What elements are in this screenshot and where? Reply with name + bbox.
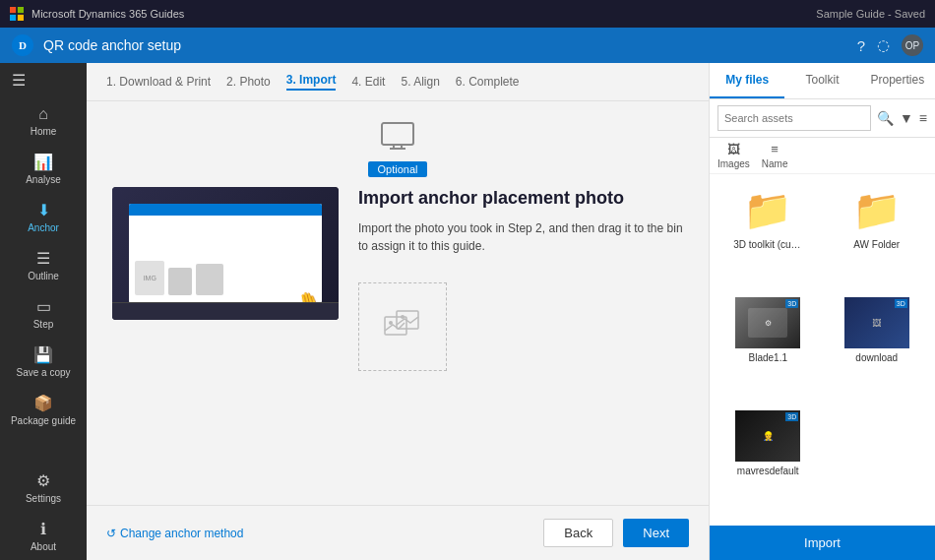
step-nav: 1. Download & Print 2. Photo 3. Import 4… — [87, 63, 709, 101]
sidebar-item-about[interactable]: ℹ About — [0, 512, 87, 560]
asset-label-aw-folder: AW Folder — [853, 239, 900, 250]
sort-icon[interactable]: ≡ — [919, 110, 927, 126]
outline-icon: ☰ — [36, 249, 50, 268]
svg-rect-2 — [10, 15, 16, 21]
asset-label-3d-toolkit: 3D toolkit (custom) — [733, 239, 802, 250]
svg-text:D: D — [19, 39, 27, 51]
step-3[interactable]: 3. Import — [286, 73, 337, 91]
sidebar-label-home: Home — [31, 126, 57, 137]
ms-logo-icon — [10, 7, 24, 21]
search-icon[interactable]: 🔍 — [877, 110, 894, 126]
step-1[interactable]: 1. Download & Print — [106, 75, 211, 89]
sidebar-item-package[interactable]: 📦 Package guide — [0, 386, 87, 434]
folder-icon-orange: 📁 — [852, 187, 902, 233]
view-images[interactable]: 🖼 Images — [717, 142, 750, 169]
panel-toolbar: 🔍 ▼ ≡ — [710, 99, 935, 138]
sidebar-item-save-copy[interactable]: 💾 Save a copy — [0, 338, 87, 386]
sidebar-item-outline[interactable]: ☰ Outline — [0, 241, 87, 289]
step-2[interactable]: 2. Photo — [226, 75, 271, 89]
panel-tabs: My files Toolkit Properties — [710, 63, 935, 99]
sidebar-bottom: ⚙ Settings ℹ About — [0, 464, 87, 560]
optional-badge: Optional — [368, 161, 428, 177]
asset-aw-folder[interactable]: 📁 AW Folder — [827, 184, 928, 289]
user-avatar[interactable]: OP — [902, 34, 923, 56]
asset-label-download: download — [855, 352, 898, 363]
asset-label-mavres: mavresdefault — [737, 466, 799, 476]
step-4[interactable]: 4. Edit — [351, 75, 385, 89]
sidebar-item-analyse[interactable]: 📊 Analyse — [0, 145, 87, 193]
svg-point-11 — [389, 321, 393, 325]
import-desc: Import the photo you took in Step 2, and… — [358, 219, 683, 255]
svg-rect-1 — [18, 7, 24, 13]
sidebar-label-analyse: Analyse — [26, 174, 61, 185]
app-header: D QR code anchor setup ? ◌ OP — [0, 28, 935, 63]
name-icon: ≡ — [771, 142, 779, 156]
sidebar-item-settings[interactable]: ⚙ Settings — [0, 464, 87, 512]
tab-my-files[interactable]: My files — [710, 63, 784, 98]
assets-grid: 📁 3D toolkit (custom) 📁 AW Folder ⚙ — [710, 174, 935, 526]
content-area: 1. Download & Print 2. Photo 3. Import 4… — [87, 63, 709, 560]
help-icon[interactable]: ? — [857, 37, 865, 54]
app-name: Microsoft Dynamics 365 Guides — [31, 8, 184, 20]
panel-view-options: 🖼 Images ≡ Name — [710, 138, 935, 174]
images-icon: 🖼 — [727, 142, 740, 156]
asset-blade[interactable]: ⚙ 3D Blade1.1 — [717, 297, 819, 403]
tab-properties[interactable]: Properties — [860, 63, 935, 98]
sidebar-item-step[interactable]: ▭ Step — [0, 289, 87, 338]
sidebar-label-step: Step — [33, 319, 54, 330]
asset-download[interactable]: 🖼 3D download — [827, 297, 928, 403]
asset-thumb-3d-toolkit: 📁 — [735, 184, 800, 235]
feedback-icon[interactable]: ◌ — [877, 36, 890, 54]
step-5[interactable]: 5. Align — [401, 75, 439, 89]
asset-mavres[interactable]: 👷 3D mavresdefault — [717, 410, 819, 516]
monitor-icon — [380, 121, 415, 157]
analyse-icon: 📊 — [33, 153, 53, 171]
hamburger-menu[interactable]: ☰ — [0, 63, 87, 97]
svg-rect-0 — [10, 7, 16, 13]
sidebar-item-home[interactable]: ⌂ Home — [0, 97, 87, 145]
import-button[interactable]: Import — [710, 526, 935, 560]
svg-point-13 — [401, 315, 405, 319]
doc-title: Sample Guide - Saved — [816, 8, 925, 20]
main-layout: ☰ ⌂ Home 📊 Analyse ⬇ Anchor ☰ Outline ▭ … — [0, 63, 935, 560]
import-title: Import anchor placement photo — [358, 187, 683, 210]
search-input[interactable] — [717, 105, 871, 131]
laptop-screen: IMG 🤚 — [112, 187, 339, 320]
sidebar-item-anchor[interactable]: ⬇ Anchor — [0, 193, 87, 241]
step-6[interactable]: 6. Complete — [456, 75, 520, 89]
title-bar: Microsoft Dynamics 365 Guides Sample Gui… — [0, 0, 935, 28]
view-images-label: Images — [717, 158, 750, 169]
home-icon: ⌂ — [38, 105, 48, 123]
view-name[interactable]: ≡ Name — [762, 142, 788, 169]
settings-icon: ⚙ — [36, 471, 50, 490]
next-button[interactable]: Next — [623, 519, 689, 547]
package-icon: 📦 — [33, 394, 53, 412]
asset-thumb-download: 🖼 3D — [844, 297, 909, 348]
sidebar-label-anchor: Anchor — [28, 222, 59, 233]
laptop-keyboard — [112, 302, 339, 320]
tab-toolkit[interactable]: Toolkit — [784, 63, 859, 98]
save-copy-icon: 💾 — [33, 345, 53, 364]
svg-rect-6 — [382, 123, 413, 145]
change-anchor-method[interactable]: ↺ Change anchor method — [106, 527, 243, 540]
step-icon: ▭ — [36, 297, 51, 316]
nav-buttons: Back Next — [543, 519, 689, 547]
import-text-area: Import anchor placement photo Import the… — [358, 187, 683, 371]
sidebar-label-outline: Outline — [28, 271, 59, 281]
view-name-label: Name — [762, 158, 788, 169]
title-bar-left: Microsoft Dynamics 365 Guides — [10, 7, 184, 21]
folder-icon-yellow: 📁 — [743, 187, 792, 233]
app-logo: D — [12, 34, 33, 56]
filter-icon[interactable]: ▼ — [900, 110, 913, 126]
about-icon: ℹ — [40, 520, 46, 538]
import-layout: IMG 🤚 Import — [112, 187, 683, 371]
sidebar-label-package: Package guide — [11, 415, 76, 426]
app-header-title: QR code anchor setup — [43, 37, 847, 53]
asset-3d-toolkit[interactable]: 📁 3D toolkit (custom) — [717, 184, 819, 289]
refresh-icon: ↺ — [106, 527, 116, 540]
sidebar-label-save-copy: Save a copy — [16, 367, 70, 378]
svg-rect-3 — [18, 15, 24, 21]
app-header-icons: ? ◌ OP — [857, 34, 923, 56]
back-button[interactable]: Back — [543, 519, 613, 547]
drop-zone[interactable] — [358, 282, 447, 371]
